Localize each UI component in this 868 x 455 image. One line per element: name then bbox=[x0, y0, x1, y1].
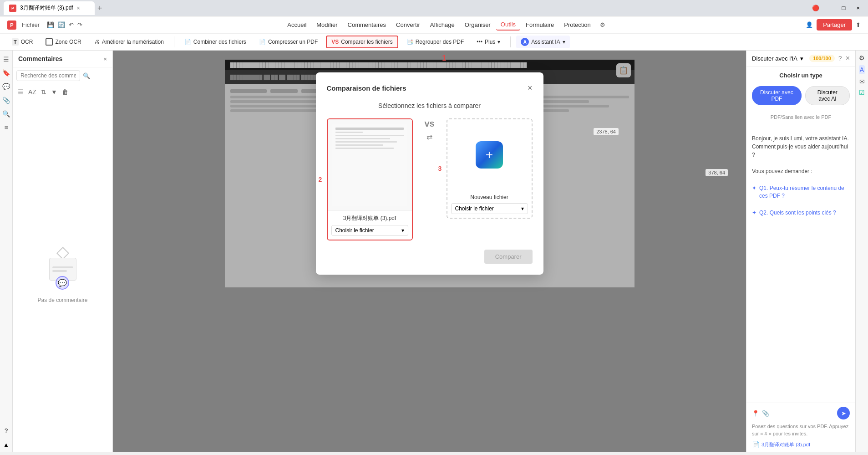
partager-button[interactable]: Partager bbox=[817, 19, 852, 31]
ai-location-icon[interactable]: 📍 bbox=[752, 410, 759, 417]
ai-chevron-icon[interactable]: ▾ bbox=[800, 55, 803, 62]
sidebar-layers-icon[interactable]: ≡ bbox=[1, 123, 11, 133]
menu-protection[interactable]: Protection bbox=[559, 20, 595, 30]
ai-question-1[interactable]: ✦ Q1. Peux-tu résumer le contenu de ces … bbox=[752, 183, 850, 202]
undo-icon[interactable]: ↶ bbox=[69, 21, 74, 28]
choose-file-2-chevron: ▾ bbox=[521, 205, 524, 212]
close-button[interactable]: × bbox=[852, 3, 864, 13]
sidebar-bookmark-icon[interactable]: 🔖 bbox=[1, 68, 11, 78]
ai-attach-icon[interactable]: 📎 bbox=[762, 410, 769, 417]
menu-commentaires[interactable]: Commentaires bbox=[343, 20, 391, 30]
compare-submit-button[interactable]: Comparer bbox=[484, 250, 533, 264]
file-menu-item[interactable]: Fichier bbox=[22, 21, 40, 28]
ai-type-ai-button[interactable]: Discuter avec AI bbox=[805, 86, 850, 105]
regrouper-icon: 📑 bbox=[406, 39, 413, 45]
coordinates-display: 2378, 64 bbox=[594, 128, 619, 135]
ai-dropdown-label[interactable]: Discuter avec l'IA bbox=[752, 55, 797, 62]
ai-dropdown-icon: ▾ bbox=[563, 39, 565, 45]
sidebar-help-icon[interactable]: ? bbox=[5, 427, 8, 434]
tab-close-icon[interactable]: × bbox=[77, 5, 80, 11]
choose-file-2-row[interactable]: Choisir le fichier ▾ bbox=[451, 203, 528, 214]
plus-button[interactable]: ••• Plus ▾ bbox=[472, 36, 505, 47]
compare-slot-2[interactable]: + Nouveau fichier Choisir le fichier ▾ bbox=[447, 118, 533, 219]
ocr-button[interactable]: T OCR bbox=[7, 36, 37, 48]
sidebar-arrow-icon[interactable]: ▲ bbox=[3, 441, 9, 448]
ai-type-row: Discuter avec PDF Discuter avec AI bbox=[752, 86, 850, 105]
ai-footer-icons-row: 📍 📎 ➤ bbox=[752, 407, 850, 419]
combiner-button[interactable]: 📄 Combiner des fichiers bbox=[180, 36, 251, 47]
zone-ocr-icon bbox=[46, 38, 53, 46]
comments-panel: Commentaires × 🔍 ☰ AZ ⇅ ▼ 🗑 bbox=[13, 51, 113, 452]
ai-send-icon[interactable]: ➤ bbox=[837, 407, 850, 419]
assistant-ia-button[interactable]: A Assistant IA ▾ bbox=[516, 36, 569, 48]
right-icon-4[interactable]: ☑ bbox=[859, 89, 865, 96]
list-icon[interactable]: ☰ bbox=[16, 87, 25, 97]
pdf-area: ████████████████████████████████████████… bbox=[113, 51, 746, 452]
doc-icon: 📄 bbox=[752, 441, 760, 448]
menu-modifier[interactable]: Modifier bbox=[312, 20, 342, 30]
ameliorer-button[interactable]: 🖨 Améliorer la numérisation bbox=[90, 36, 168, 47]
swap-icon[interactable]: ⇄ bbox=[426, 133, 432, 141]
left-sidebar: ☰ 🔖 💬 📎 🔍 ≡ ? ▲ bbox=[0, 51, 13, 452]
browser-tab[interactable]: P 3月翻译对账单 (3).pdf × bbox=[4, 1, 95, 15]
new-tab-icon[interactable]: + bbox=[97, 4, 102, 12]
menu-outils[interactable]: Outils bbox=[496, 19, 520, 31]
sidebar-comment-icon[interactable]: 💬 bbox=[1, 82, 11, 92]
color-icon: 🔴 bbox=[810, 3, 821, 14]
comments-search-input[interactable] bbox=[16, 70, 80, 81]
regrouper-button[interactable]: 📑 Regrouper des PDF bbox=[402, 36, 469, 47]
dialog-close-button[interactable]: × bbox=[528, 83, 533, 93]
combiner-icon: 📄 bbox=[184, 39, 191, 45]
comparer-button[interactable]: VS Comparer les fichiers bbox=[326, 36, 398, 48]
comments-title: Commentaires bbox=[18, 55, 62, 62]
compare-filename-1: 3月翻译对账单 (3).pdf bbox=[331, 215, 408, 222]
step-3-label: 3 bbox=[438, 165, 442, 172]
comments-header: Commentaires × bbox=[13, 51, 112, 67]
upload-icon[interactable]: ⬆ bbox=[856, 21, 861, 28]
ai-file-ref-text: 3月翻译对账单 (3).pdf bbox=[761, 441, 810, 448]
sidebar-hand-icon[interactable]: ☰ bbox=[1, 54, 11, 64]
add-file-icon[interactable]: + bbox=[476, 141, 503, 169]
sort-az-icon[interactable]: AZ bbox=[27, 87, 38, 97]
redo-icon[interactable]: ↷ bbox=[77, 21, 82, 28]
compare-slot-1-wrapper: 2 bbox=[327, 118, 413, 240]
ai-help-icon[interactable]: ? bbox=[838, 55, 842, 62]
comments-close-icon[interactable]: × bbox=[103, 56, 107, 62]
minimize-button[interactable]: − bbox=[823, 3, 836, 13]
ai-question-2[interactable]: ✦ Q2. Quels sont les points clés ? bbox=[752, 207, 850, 219]
filter-icon[interactable]: ▼ bbox=[50, 87, 59, 97]
divider-2 bbox=[510, 36, 511, 47]
right-icon-3[interactable]: ✉ bbox=[859, 78, 865, 85]
restore-button[interactable]: □ bbox=[838, 3, 850, 13]
save-icon[interactable]: 💾 bbox=[47, 21, 54, 28]
sidebar-attach-icon[interactable]: 📎 bbox=[1, 95, 11, 105]
app-toolbar: P Fichier 💾 🔄 ↶ ↷ Accueil Modifier Comme… bbox=[0, 16, 868, 51]
menu-accueil[interactable]: Accueil bbox=[283, 20, 311, 30]
search-icon[interactable]: 🔍 bbox=[83, 72, 90, 79]
ai-suggestions-label: Vous pouvez demander : bbox=[752, 168, 850, 174]
no-comment-label: Pas de commentaire bbox=[37, 297, 87, 303]
right-mini-sidebar: ⚙ A ✉ ☑ bbox=[855, 51, 868, 452]
sidebar-search-icon[interactable]: 🔍 bbox=[1, 109, 11, 119]
sort-icon[interactable]: ⇅ bbox=[40, 87, 48, 97]
right-icon-1[interactable]: ⚙ bbox=[859, 54, 865, 61]
menu-formulaire[interactable]: Formulaire bbox=[521, 20, 558, 30]
right-icon-2[interactable]: A bbox=[859, 65, 865, 74]
settings-icon[interactable]: ⚙ bbox=[600, 21, 605, 28]
ai-close-icon[interactable]: × bbox=[846, 54, 850, 62]
ai-panel-header: Discuter avec l'IA ▾ 100/100 ? × bbox=[746, 51, 855, 66]
refresh-icon[interactable]: 🔄 bbox=[58, 21, 65, 28]
menu-convertir[interactable]: Convertir bbox=[391, 20, 425, 30]
ai-type-sub-label: PDF/Sans lien avec le PDF bbox=[752, 114, 850, 120]
delete-icon[interactable]: 🗑 bbox=[61, 87, 70, 97]
choose-file-1-row[interactable]: Choisir le fichier ▾ bbox=[331, 225, 408, 236]
ai-panel: Discuter avec l'IA ▾ 100/100 ? × Choisir… bbox=[746, 51, 855, 452]
compare-file-info-2: Nouveau fichier Choisir le fichier ▾ bbox=[447, 190, 532, 218]
toolbar-row: T OCR Zone OCR 🖨 Améliorer la numérisati… bbox=[0, 34, 868, 50]
menu-affichage[interactable]: Affichage bbox=[426, 20, 459, 30]
menu-organiser[interactable]: Organiser bbox=[460, 20, 495, 30]
ai-greeting-text: Bonjour, je suis Lumi, votre assistant I… bbox=[752, 131, 850, 163]
compresser-button[interactable]: 📄 Compresser un PDF bbox=[254, 36, 322, 47]
ai-type-pdf-button[interactable]: Discuter avec PDF bbox=[752, 86, 802, 105]
zone-ocr-button[interactable]: Zone OCR bbox=[41, 36, 86, 48]
